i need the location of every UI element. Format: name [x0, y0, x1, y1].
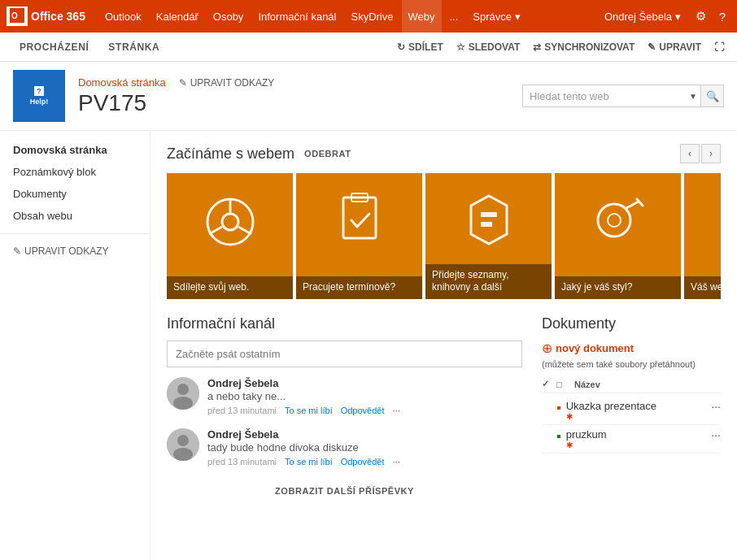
doc-name-1[interactable]: Ukazka prezentace [566, 400, 707, 412]
show-more-button[interactable]: ZOBRAZIT DALŠÍ PŘÍSPĚVKY [167, 480, 522, 502]
nav-more[interactable]: ... [443, 0, 465, 33]
action-sledovat[interactable]: ☆ SLEDOVAT [456, 41, 521, 53]
svg-point-18 [173, 397, 193, 410]
doc-name-2[interactable]: pruzkum [566, 428, 707, 441]
nav-skydrive[interactable]: SkyDrive [344, 0, 399, 33]
tile-web[interactable]: Váš we... [684, 173, 721, 299]
tile-lists-icon [425, 189, 552, 254]
nav-outlook[interactable]: Outlook [98, 0, 148, 33]
pencil-icon: ✎ [179, 77, 187, 89]
tile-share[interactable]: Sdílejte svůj web. [167, 173, 293, 299]
getting-started-header: Začínáme s webem ODEBRAT ‹ › [167, 144, 721, 163]
nav-spravce[interactable]: Správce ▾ [466, 0, 526, 33]
svg-line-14 [626, 202, 639, 208]
second-nav-left: PROCHÁZENÍ STRÁNKA [13, 33, 166, 62]
office-logo-text: Office 365 [31, 10, 85, 23]
help-icon[interactable]: ? [714, 10, 730, 24]
svg-rect-7 [343, 198, 376, 238]
section-nav: ‹ › [680, 144, 721, 163]
action-sdilet[interactable]: ↻ SDÍLET [397, 41, 443, 53]
feed-author: Ondrej Šebela [207, 428, 522, 441]
nav-prochazeni[interactable]: PROCHÁZENÍ [13, 33, 95, 62]
tile-lists[interactable]: Přidejte seznamy, knihovny a další [425, 173, 552, 299]
svg-line-5 [209, 227, 222, 234]
second-nav-right: ↻ SDÍLET ☆ SLEDOVAT ⇄ SYNCHRONIZOVAT ✎ U… [397, 41, 724, 53]
search-input[interactable] [523, 90, 686, 102]
nav-kalendar[interactable]: Kalendář [150, 0, 205, 33]
getting-started-title: Začínáme s webem [167, 145, 294, 163]
feed-time: před 13 minutami [207, 457, 277, 467]
list-item: ▪ pruzkum ✱ ··· [542, 425, 721, 454]
feed-meta: před 13 minutami To se mi líbí Odpovědět… [207, 406, 522, 415]
feed-column: Informační kanál Ondrej Šebela a nebo ta… [167, 315, 522, 502]
like-button[interactable]: To se mi líbí [285, 406, 333, 415]
doc-item-info: Ukazka prezentace ✱ [566, 400, 707, 421]
feed-input[interactable] [167, 341, 522, 367]
new-document-button[interactable]: nový dokument [556, 342, 634, 354]
sidebar-item-dokumenty[interactable]: Dokumenty [0, 183, 150, 205]
like-button[interactable]: To se mi líbí [285, 457, 333, 467]
top-nav-links: Outlook Kalendář Osoby Informační kanál … [98, 0, 598, 33]
sidebar-item-domovska[interactable]: Domovská stránka [0, 139, 150, 161]
next-button[interactable]: › [701, 144, 721, 163]
doc-options-1[interactable]: ··· [711, 400, 721, 413]
nav-informacni[interactable]: Informační kanál [251, 0, 342, 33]
svg-text:O: O [11, 11, 18, 20]
docs-hint: (můžete sem také soubory přetáhnout) [542, 359, 721, 369]
doc-pin-2: ✱ [566, 441, 707, 449]
tile-style-icon [555, 189, 681, 254]
sidebar-item-obsah[interactable]: Obsah webu [0, 205, 150, 227]
search-dropdown-icon[interactable]: ▼ [686, 92, 700, 101]
remove-button[interactable]: ODEBRAT [304, 149, 351, 158]
search-icon: 🔍 [706, 90, 719, 102]
sidebar-item-poznamkovy[interactable]: Poznámkový blok [0, 161, 150, 183]
svg-point-20 [177, 435, 189, 446]
gear-icon[interactable]: ⚙ [691, 9, 711, 24]
tile-web-label: Váš we... [684, 276, 721, 299]
nav-weby[interactable]: Weby [402, 0, 442, 33]
user-menu[interactable]: Ondrej Šebela ▾ [598, 11, 687, 23]
docs-check-header: ✓ [542, 379, 552, 389]
feed-text: tady bude hodne divoka diskuze [207, 441, 522, 454]
site-header: ? Help! Domovská stránka ✎ UPRAVIT ODKAZ… [0, 62, 737, 131]
top-nav-right: Ondrej Šebela ▾ ⚙ ? [598, 9, 730, 24]
action-expand[interactable]: ⛶ [714, 41, 724, 53]
sidebar-edit-links[interactable]: ✎ UPRAVIT ODKAZY [0, 241, 150, 262]
svg-rect-10 [481, 212, 497, 217]
nav-osoby[interactable]: Osoby [207, 0, 251, 33]
doc-options-2[interactable]: ··· [711, 428, 721, 441]
more-options-button[interactable]: ··· [393, 457, 400, 467]
doc-pin-1: ✱ [566, 412, 707, 421]
feed-item: Ondrej Šebela a nebo taky ne... před 13 … [167, 377, 522, 415]
second-navigation: PROCHÁZENÍ STRÁNKA ↻ SDÍLET ☆ SLEDOVAT ⇄… [0, 33, 737, 62]
action-upravit[interactable]: ✎ UPRAVIT [648, 41, 701, 53]
tile-tasks-icon [296, 189, 422, 254]
tile-tasks[interactable]: Pracujete termínově? [296, 173, 422, 299]
more-options-button[interactable]: ··· [393, 406, 400, 415]
prev-button[interactable]: ‹ [680, 144, 700, 163]
site-breadcrumb[interactable]: Domovská stránka [78, 76, 166, 89]
action-synchronizovat[interactable]: ⇄ SYNCHRONIZOVAT [533, 41, 635, 53]
svg-line-6 [238, 227, 251, 234]
reply-button[interactable]: Odpovědět [341, 406, 385, 415]
feed-item: Ondrej Šebela tady bude hodne divoka dis… [167, 428, 522, 467]
documents-column: Dokumenty ⊕ nový dokument (můžete sem ta… [542, 315, 721, 502]
svg-point-21 [173, 448, 193, 461]
docs-name-header: Název [574, 380, 600, 389]
add-icon: ⊕ [542, 341, 552, 356]
two-column-layout: Informační kanál Ondrej Šebela a nebo ta… [167, 315, 721, 502]
office-logo[interactable]: O Office 365 [7, 7, 85, 26]
edit-icon: ✎ [648, 41, 656, 53]
nav-stranka[interactable]: STRÁNKA [102, 33, 166, 62]
tiles-row: Sdílejte svůj web. Pracujete termínově? [167, 173, 721, 299]
search-button[interactable]: 🔍 [700, 85, 723, 106]
site-logo: ? Help! [13, 70, 65, 122]
tile-style[interactable]: Jaký je váš styl? [555, 173, 681, 299]
svg-point-13 [608, 214, 621, 227]
reply-button[interactable]: Odpovědět [341, 457, 385, 467]
star-icon: ☆ [456, 41, 465, 53]
new-document-area: ⊕ nový dokument [542, 341, 721, 356]
tile-share-icon [167, 189, 293, 254]
feed-text: a nebo taky ne... [207, 390, 522, 402]
edit-links-header[interactable]: ✎ UPRAVIT ODKAZY [179, 77, 275, 89]
